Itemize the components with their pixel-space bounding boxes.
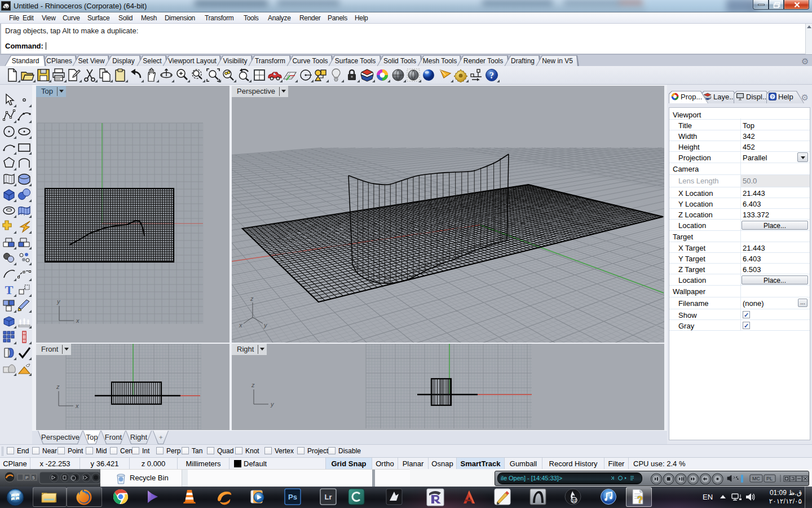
svg-text:?: ? (489, 71, 494, 80)
svg-text:5: 5 (32, 475, 35, 480)
svg-text:z: z (251, 382, 255, 388)
svg-text:P: P (25, 475, 28, 480)
svg-text:Ps: Ps (288, 493, 297, 501)
svg-text:?: ? (771, 94, 774, 99)
svg-text:x: x (239, 322, 242, 329)
svg-text:MC: MC (752, 476, 760, 481)
svg-text:z: z (56, 383, 60, 390)
svg-text:?: ? (637, 494, 643, 505)
svg-text:ile Open] - [14:45:33]>: ile Open] - [14:45:33]> (501, 475, 562, 481)
svg-text:12: 12 (572, 498, 576, 502)
svg-text:PL: PL (766, 476, 773, 481)
svg-text:x: x (75, 402, 79, 409)
svg-text:z: z (250, 295, 254, 302)
svg-text:x: x (76, 317, 80, 324)
svg-text:Lr: Lr (325, 493, 332, 501)
svg-text:T: T (5, 283, 14, 297)
